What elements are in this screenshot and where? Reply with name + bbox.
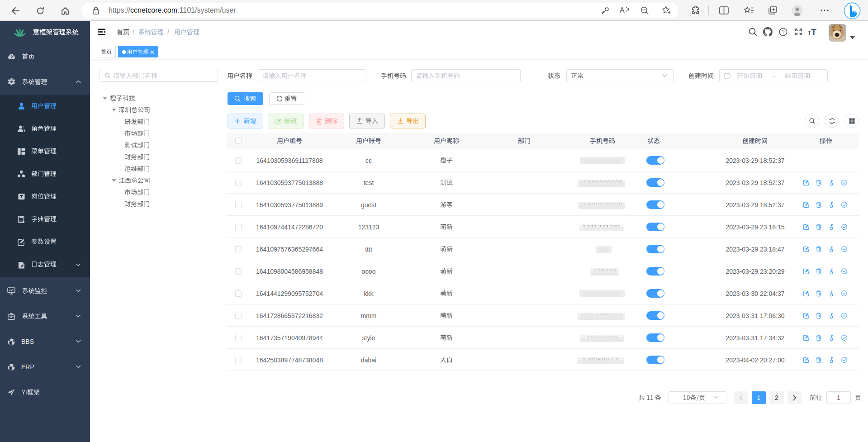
svg-text:?: ? <box>782 29 784 34</box>
